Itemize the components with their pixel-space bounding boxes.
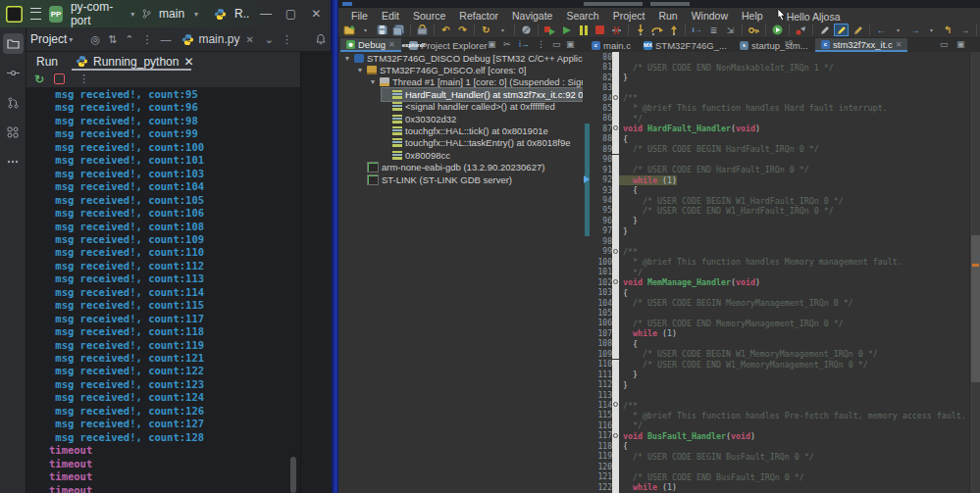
minimize-editor-icon[interactable]: ▭ (940, 39, 949, 49)
more-icon[interactable]: ⋮ (278, 33, 296, 46)
editor-tab-stm32f746g-[interactable]: MXSTM32F746G_... (638, 38, 733, 52)
toolbar-key-icon[interactable] (747, 24, 761, 36)
fold-marker[interactable] (612, 277, 619, 287)
editor-tab-stm32f7xx-it-c[interactable]: cstm32f7xx_it.c✕ (815, 38, 907, 52)
editor-tab-main-py[interactable]: main.py ✕ (175, 27, 260, 51)
debug-tree-row[interactable]: HardFault_Handler() at stm32f7xx_it.c:92… (382, 88, 583, 100)
pycharm-app-icon[interactable] (6, 6, 23, 23)
minimize-button[interactable]: — (257, 7, 275, 21)
fold-marker[interactable] (612, 400, 619, 410)
toolbar-nav-fwd-icon[interactable]: → (907, 24, 922, 36)
menu-window[interactable]: Window (685, 10, 735, 22)
main-menu-icon[interactable] (30, 8, 41, 20)
tree-expand-icon[interactable]: ▼ (369, 78, 377, 85)
close-tab-icon[interactable]: ✕ (183, 55, 193, 69)
toolbar-step-into-icon[interactable] (633, 24, 647, 36)
menu-edit[interactable]: Edit (375, 10, 406, 22)
toolbar-disconnect-icon[interactable] (609, 24, 624, 36)
fold-marker[interactable] (612, 93, 619, 103)
more-icon[interactable]: ⋮ (75, 73, 93, 85)
collapse-all-icon[interactable]: ⌃ (121, 33, 137, 46)
toolbar-new-icon[interactable] (341, 24, 356, 36)
fold-marker[interactable] (612, 431, 619, 441)
expand-icon[interactable]: ⇅ (104, 33, 121, 46)
toolbar-step-return-icon[interactable] (666, 24, 681, 36)
maximize-button[interactable]: ▢ (283, 7, 300, 21)
console-scrollbar[interactable] (290, 457, 296, 493)
toolbar-step-over-icon[interactable] (649, 24, 664, 36)
run-widget-label[interactable]: R... (234, 7, 249, 21)
run-console-output[interactable]: msg received!, count:95 msg received!, c… (26, 87, 300, 493)
toolbar-build-lock-icon[interactable] (415, 24, 430, 36)
close-tab-icon[interactable]: ✕ (245, 34, 253, 45)
tree-expand-icon[interactable]: ▼ (356, 67, 364, 74)
fold-collapse-icon[interactable] (613, 249, 618, 254)
toolbar-pencil-alt-icon[interactable] (851, 24, 865, 36)
instruction-pointer-icon[interactable]: i→ (519, 39, 530, 49)
debug-tree-row[interactable]: touchgfx::HAL::tick() at 0x801901e (382, 124, 548, 136)
menu-refactor[interactable]: Refactor (452, 10, 505, 22)
debug-tree-row[interactable]: 0x30302d32 (382, 113, 456, 124)
debug-tree-row[interactable]: <signal handler called>() at 0xffffffed (382, 101, 555, 113)
close-tab-icon[interactable]: ✕ (896, 40, 903, 49)
stop-button[interactable] (54, 74, 65, 84)
toolbar-hot-swap-icon[interactable] (794, 24, 808, 36)
toolbar-memory-view-icon[interactable]: ≣ (706, 24, 721, 36)
close-tab-icon[interactable]: ✕ (388, 40, 395, 49)
fold-collapse-icon[interactable] (613, 125, 618, 130)
toolbar-instruction-step-icon[interactable]: i→ (690, 24, 704, 36)
project-panel-title[interactable]: Project (30, 32, 67, 46)
maximize-editor-icon[interactable]: ▣ (956, 39, 965, 49)
branch-name[interactable]: main (159, 7, 184, 21)
run-label[interactable]: Run (26, 55, 68, 69)
toolbar-dd-icon[interactable]: ▾ (924, 24, 939, 36)
toolbar-drop-frame-icon[interactable]: ⇲ (723, 24, 738, 36)
toolbar-run-app-icon[interactable] (770, 24, 785, 36)
toolbar-terminate-icon[interactable] (593, 24, 607, 36)
hide-icon[interactable]: — (156, 33, 175, 45)
editor-tab-main-c[interactable]: cmain.c (586, 38, 637, 52)
tree-expand-icon[interactable]: ▼ (343, 55, 351, 62)
more-icon[interactable]: ⋮ (137, 33, 156, 46)
stripe-more-icon[interactable] (3, 151, 24, 172)
collapse-all-icon[interactable]: ✂ (503, 39, 511, 49)
fold-marker[interactable] (612, 123, 619, 133)
fold-collapse-icon[interactable] (613, 433, 618, 438)
toolbar-terminate-relaunch-icon[interactable] (542, 24, 557, 36)
menu-project[interactable]: Project (606, 10, 652, 22)
debug-tree-row[interactable]: ▼STM32F746G_DISCO.elf [cores: 0] (356, 64, 526, 75)
toolbar-nav-back-icon[interactable]: ← (874, 24, 889, 36)
menu-file[interactable]: File (344, 10, 375, 22)
view-menu-icon[interactable]: ⋮ (537, 39, 545, 49)
rerun-button[interactable]: ↻ (34, 73, 44, 86)
maximize-view-icon[interactable]: ▣ (566, 39, 575, 49)
toolbar-pencil-icon[interactable] (817, 24, 832, 36)
debug-tree-row[interactable]: 0x80098cc (382, 149, 450, 161)
fold-collapse-icon[interactable] (613, 279, 618, 284)
menu-hello-aljosa[interactable]: Hello Aljosa (770, 9, 848, 23)
editor-scrollbar[interactable] (969, 52, 980, 493)
toolbar-save-icon[interactable] (375, 24, 389, 36)
menu-navigate[interactable]: Navigate (505, 10, 559, 22)
project-name[interactable]: py-com-port (71, 0, 121, 27)
toolbar-prev-edit-icon[interactable]: ↰ (941, 24, 955, 36)
chevron-down-icon[interactable]: ⌄ (261, 33, 278, 46)
editor-scrollbar-thumb[interactable] (971, 235, 980, 382)
debug-tree-row[interactable]: arm-none-eabi-gdb (13.2.90.20230627) (356, 162, 544, 173)
stripe-commit-icon[interactable] (3, 63, 24, 83)
debug-tree-row[interactable]: touchgfx::HAL::taskEntry() at 0x8018f9e (382, 137, 570, 149)
run-tab-running-python[interactable]: Running_python ✕ (68, 52, 201, 71)
view-tab-project-explorer[interactable]: explorerProject Explorer (403, 38, 493, 52)
code-editor[interactable]: 80 81 /* USER CODE END NonMaskableInt_IR… (583, 52, 980, 493)
minimize-view-icon[interactable]: ▭ (552, 39, 561, 49)
toolbar-skip-breakpoints-icon[interactable] (519, 24, 534, 36)
toolbar-undo-icon[interactable]: ↶ (438, 24, 453, 36)
locate-icon[interactable]: ◎ (86, 33, 104, 46)
toolbar-redo-icon[interactable]: ↷ (455, 24, 470, 36)
fold-collapse-icon[interactable] (613, 95, 618, 100)
stripe-project-folder-icon[interactable] (3, 33, 24, 54)
toolbar-pencil-active-icon[interactable] (834, 24, 849, 36)
toolbar-dd-icon[interactable]: ▾ (891, 24, 905, 36)
menu-help[interactable]: Help (735, 10, 770, 22)
editor-tab-startup-stm-[interactable]: sstartup_stm... (734, 38, 814, 52)
